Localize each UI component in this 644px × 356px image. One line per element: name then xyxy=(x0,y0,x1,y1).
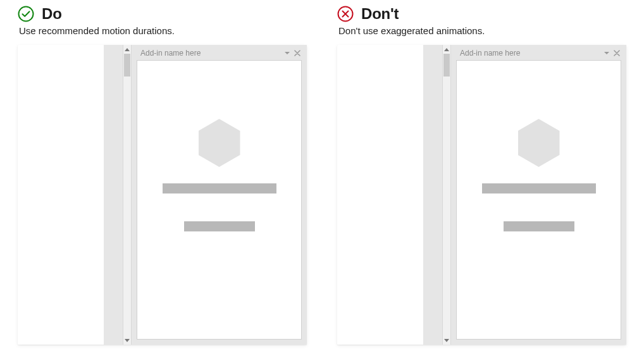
scroll-thumb[interactable] xyxy=(443,54,450,77)
scroll-thumb[interactable] xyxy=(124,54,130,77)
document-page xyxy=(337,45,423,345)
x-circle-icon xyxy=(337,6,354,22)
chevron-down-icon xyxy=(125,339,130,342)
do-card: Add-in name here xyxy=(18,45,307,345)
scrollbar[interactable] xyxy=(442,45,451,345)
scroll-up-button[interactable] xyxy=(123,45,131,54)
chevron-up-icon xyxy=(444,48,449,51)
close-icon[interactable] xyxy=(614,50,620,56)
dont-card: Add-in name here xyxy=(337,45,626,345)
svg-point-0 xyxy=(19,7,34,21)
pane-header: Add-in name here xyxy=(456,47,621,60)
document-area xyxy=(18,45,132,345)
scroll-down-button[interactable] xyxy=(123,336,131,345)
placeholder-bar-wide xyxy=(163,183,276,193)
pane-body xyxy=(137,60,302,340)
caret-down-icon[interactable] xyxy=(604,50,610,56)
chevron-down-icon xyxy=(444,339,449,342)
dont-subtitle: Don't use exaggerated animations. xyxy=(338,25,626,36)
pane-controls xyxy=(284,50,300,56)
placeholder-hexagon-icon xyxy=(518,119,560,167)
check-circle-icon xyxy=(18,6,34,22)
do-subtitle: Use recommended motion durations. xyxy=(19,25,307,36)
dont-title: Don't xyxy=(361,5,399,23)
dont-column: Don't Don't use exaggerated animations. … xyxy=(337,5,626,345)
addin-pane: Add-in name here xyxy=(451,45,626,345)
close-icon[interactable] xyxy=(294,50,300,56)
scroll-down-button[interactable] xyxy=(443,336,450,345)
caret-down-icon[interactable] xyxy=(284,50,290,56)
scrollbar[interactable] xyxy=(123,45,132,345)
dont-heading: Don't xyxy=(337,5,626,23)
pane-body xyxy=(456,60,621,340)
do-heading: Do xyxy=(18,5,307,23)
pane-header: Add-in name here xyxy=(137,47,302,60)
addin-pane: Add-in name here xyxy=(132,45,307,345)
pane-controls xyxy=(604,50,620,56)
scroll-up-button[interactable] xyxy=(443,45,450,54)
pane-title: Add-in name here xyxy=(140,49,201,58)
guidance-compare: Do Use recommended motion durations. Add… xyxy=(0,0,644,356)
document-area xyxy=(337,45,451,345)
placeholder-hexagon-icon xyxy=(199,119,240,167)
chevron-up-icon xyxy=(125,48,130,51)
do-column: Do Use recommended motion durations. Add… xyxy=(18,5,307,345)
placeholder-bar-wide xyxy=(482,183,596,193)
placeholder-bar-narrow xyxy=(504,221,574,231)
do-title: Do xyxy=(42,5,62,23)
placeholder-bar-narrow xyxy=(184,221,255,231)
pane-title: Add-in name here xyxy=(460,49,520,58)
document-page xyxy=(18,45,104,345)
